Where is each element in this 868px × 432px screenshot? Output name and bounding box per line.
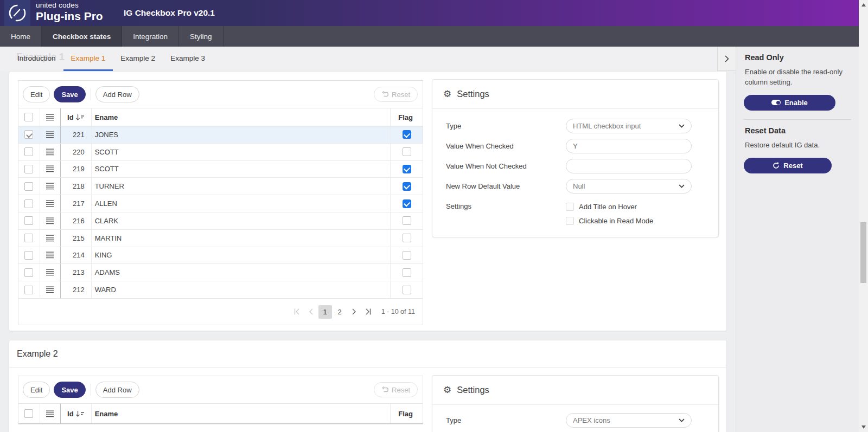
pagination-last-button[interactable] [362, 305, 375, 318]
table-row[interactable]: 214 KING [18, 247, 423, 265]
field-row-type: Type APEX icons [432, 410, 718, 430]
grid-reset-button[interactable]: Reset [374, 382, 418, 397]
row-select-checkbox[interactable] [24, 147, 33, 156]
row-select-checkbox[interactable] [24, 234, 33, 242]
select-all-checkbox[interactable] [24, 113, 33, 121]
type-select[interactable]: APEX icons [566, 413, 692, 428]
row-select-checkbox[interactable] [24, 199, 33, 208]
settings-header: ⚙ Settings [432, 80, 718, 109]
grid-reset-button[interactable]: Reset [374, 87, 418, 102]
flag-checkbox[interactable] [403, 268, 411, 277]
flag-checkbox[interactable] [403, 234, 411, 242]
field-label: New Row Default Value [432, 182, 566, 190]
edit-button[interactable]: Edit [23, 382, 50, 398]
row-actions-menu-icon[interactable] [46, 410, 54, 417]
row-select-checkbox[interactable] [24, 286, 33, 294]
toolbar-separator [91, 384, 91, 396]
col-header-flag[interactable]: Flag [398, 410, 413, 418]
row-menu-icon[interactable] [46, 269, 54, 276]
table-row[interactable]: 212 WARD [18, 281, 423, 299]
pagination-page-2[interactable]: 2 [333, 305, 347, 319]
tab-example-2[interactable]: Example 2 [113, 47, 163, 71]
col-header-ename[interactable]: Ename [95, 410, 118, 418]
select-all-checkbox[interactable] [24, 409, 33, 418]
example1-grid-toolbar: Edit Save Add Row Reset [18, 81, 423, 108]
vertical-scrollbar[interactable] [859, 0, 868, 432]
flag-checkbox[interactable] [403, 199, 411, 208]
add-row-button[interactable]: Add Row [95, 86, 139, 102]
row-actions-menu-icon[interactable] [46, 114, 54, 121]
id-cell: 218 [73, 182, 85, 190]
row-menu-icon[interactable] [46, 165, 54, 172]
value-when-checked-input[interactable] [566, 139, 692, 153]
pagination-page-1[interactable]: 1 [318, 305, 332, 319]
nav-item-checkbox-states[interactable]: Checkbox states [42, 26, 122, 47]
edit-button[interactable]: Edit [23, 86, 50, 102]
col-header-ename[interactable]: Ename [95, 113, 118, 121]
ename-cell: ADAMS [95, 268, 120, 276]
settings-body: Type HTML checkbox input Value When Chec… [432, 109, 718, 228]
row-menu-icon[interactable] [46, 149, 54, 156]
tab-introduction[interactable]: Introduction [10, 47, 63, 71]
ename-cell: KING [95, 251, 112, 259]
nav-item-integration[interactable]: Integration [122, 26, 179, 47]
flag-checkbox[interactable] [403, 165, 411, 173]
table-row[interactable]: 218 TURNER [18, 178, 423, 195]
value-when-not-checked-input[interactable] [566, 159, 692, 173]
tab-example-3[interactable]: Example 3 [163, 47, 213, 71]
row-menu-icon[interactable] [46, 183, 54, 190]
table-row[interactable]: 221 JONES [18, 126, 423, 144]
flag-checkbox[interactable] [403, 147, 411, 156]
row-select-checkbox[interactable] [24, 182, 33, 191]
main-nav: Home Checkbox states Integration Styling [0, 26, 859, 47]
add-title-on-hover-checkbox[interactable] [566, 203, 574, 211]
table-row[interactable]: 213 ADAMS [18, 264, 423, 281]
flag-checkbox[interactable] [403, 216, 411, 225]
row-select-checkbox[interactable] [24, 216, 33, 225]
table-row[interactable]: 217 ALLEN [18, 195, 423, 212]
scroll-up-arrow-icon[interactable] [861, 3, 866, 7]
enable-button[interactable]: Enable [744, 95, 835, 111]
ename-cell: SCOTT [95, 165, 119, 173]
example1-settings-panel: ⚙ Settings Type HTML checkbox input Valu… [432, 79, 719, 237]
tab-example-1[interactable]: Example 1 [63, 47, 113, 71]
row-select-checkbox[interactable] [24, 165, 33, 173]
type-select[interactable]: HTML checkbox input [566, 119, 692, 133]
flag-checkbox[interactable] [403, 130, 411, 139]
row-menu-icon[interactable] [46, 200, 54, 207]
table-row[interactable]: 215 MARTIN [18, 230, 423, 247]
scroll-down-arrow-icon[interactable] [861, 425, 866, 429]
pagination-first-button[interactable] [290, 305, 303, 318]
new-row-default-select[interactable]: Null [566, 179, 692, 194]
pagination-prev-button[interactable] [304, 305, 317, 318]
row-menu-icon[interactable] [46, 217, 54, 224]
nav-item-styling[interactable]: Styling [179, 26, 224, 47]
clickable-in-read-mode-checkbox[interactable] [566, 217, 574, 225]
pagination-next-button[interactable] [348, 305, 361, 318]
save-button[interactable]: Save [54, 382, 85, 398]
add-row-button[interactable]: Add Row [95, 382, 139, 398]
row-menu-icon[interactable] [46, 235, 54, 242]
row-select-checkbox[interactable] [24, 268, 33, 277]
sidebar-collapse-button[interactable] [717, 47, 736, 71]
row-menu-icon[interactable] [46, 286, 54, 293]
table-row[interactable]: 220 SCOTT [18, 144, 423, 161]
row-select-checkbox[interactable] [24, 251, 33, 260]
col-header-flag[interactable]: Flag [398, 113, 413, 121]
row-menu-icon[interactable] [46, 131, 54, 138]
flag-checkbox[interactable] [403, 286, 411, 294]
scrollbar-thumb[interactable] [860, 222, 866, 283]
example2-settings-panel: ⚙ Settings Type APEX icons [432, 375, 719, 432]
col-header-id[interactable]: Id [67, 113, 74, 121]
reset-button[interactable]: Reset [744, 158, 832, 173]
row-select-checkbox[interactable] [24, 130, 33, 139]
row-menu-icon[interactable] [46, 252, 54, 259]
flag-checkbox[interactable] [403, 182, 411, 191]
flag-checkbox[interactable] [403, 251, 411, 260]
table-row[interactable]: 219 SCOTT [18, 161, 423, 178]
save-button[interactable]: Save [54, 86, 85, 102]
chevron-down-icon [679, 418, 685, 422]
nav-item-home[interactable]: Home [0, 26, 42, 47]
table-row[interactable]: 216 CLARK [18, 212, 423, 230]
col-header-id[interactable]: Id [67, 410, 74, 418]
